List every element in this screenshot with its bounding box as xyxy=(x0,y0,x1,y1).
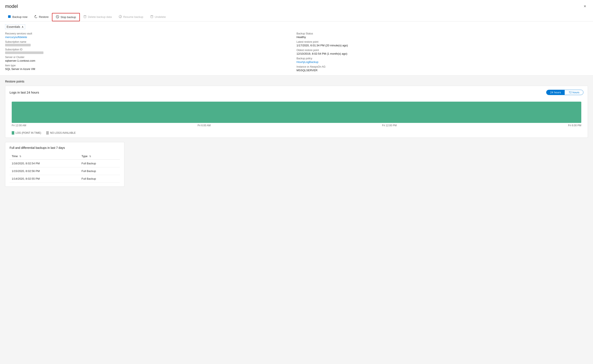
essentials-right: Backup Status Healthy Latest restore poi… xyxy=(296,32,588,72)
svg-rect-0 xyxy=(8,15,11,18)
cell-type-1: Full Backup xyxy=(79,167,120,175)
recovery-vault-field: Recovery services vault mercurysoftdelet… xyxy=(5,32,296,39)
close-button[interactable]: × xyxy=(582,3,588,10)
chart-svg xyxy=(12,102,581,123)
stop-backup-icon xyxy=(56,15,59,19)
legend-log-point: LOG (POINT IN TIME) xyxy=(12,131,41,135)
time-24h-button[interactable]: 24 hours xyxy=(546,90,565,95)
chart-x-axis: Fri 12:00 AM Fri 6:00 AM Fri 12:00 PM Fr… xyxy=(10,124,583,127)
server-cluster-label: Server or Cluster xyxy=(5,56,296,59)
subscription-id-value xyxy=(5,52,43,54)
col-type[interactable]: Type ⇅ xyxy=(79,153,120,160)
table-header-row: Time ⇅ Type ⇅ xyxy=(10,153,120,160)
cell-time-2: 1/14/2020, 8:02:55 PM xyxy=(10,175,79,183)
server-cluster-field: Server or Cluster sqlserver-1.contoso.co… xyxy=(5,56,296,62)
cell-type-0: Full Backup xyxy=(79,160,120,167)
latest-restore-field: Latest restore point 1/17/2020, 6:01:34 … xyxy=(296,40,588,47)
table-row: 1/15/2020, 8:02:56 PM Full Backup xyxy=(10,167,120,175)
subscription-id-label: Subscription ID xyxy=(5,48,296,51)
table-row: 1/16/2020, 8:02:54 PM Full Backup xyxy=(10,160,120,167)
restore-points-section: Restore points Logs in last 24 hours 24 … xyxy=(5,80,588,138)
svg-rect-8 xyxy=(12,102,581,123)
item-type-label: Item type xyxy=(5,64,296,67)
backup-status-field: Backup Status Healthy xyxy=(296,32,588,39)
svg-rect-3 xyxy=(84,16,86,18)
main-window: model × Backup now Restore xyxy=(0,0,593,364)
legend-swatch-green xyxy=(12,131,14,135)
subscription-name-label: Subscription name xyxy=(5,40,296,43)
svg-point-5 xyxy=(119,15,121,18)
recovery-vault-value[interactable]: mercurysoftdelete xyxy=(5,35,296,39)
backup-now-icon xyxy=(8,15,11,19)
chart-title: Logs in last 24 hours xyxy=(10,91,39,94)
legend-log-label: LOG (POINT IN TIME) xyxy=(15,131,41,134)
legend-no-logs: NO LOGS AVAILABLE xyxy=(46,131,76,135)
title-bar: model × xyxy=(0,0,593,12)
cell-time-0: 1/16/2020, 8:02:54 PM xyxy=(10,160,79,167)
window-title: model xyxy=(5,4,18,9)
undelete-button[interactable]: Undelete xyxy=(147,13,169,21)
cell-time-1: 1/15/2020, 8:02:56 PM xyxy=(10,167,79,175)
backup-policy-label: Backup policy xyxy=(296,57,588,60)
oldest-restore-label: Oldest restore point xyxy=(296,49,588,52)
legend-swatch-gray xyxy=(46,131,49,135)
backups-table-title: Full and differential backups in last 7 … xyxy=(10,146,120,150)
undelete-icon xyxy=(150,15,154,19)
latest-restore-label: Latest restore point xyxy=(296,40,588,43)
chart-card: Logs in last 24 hours 24 hours 72 hours … xyxy=(5,86,588,138)
instance-value: MSSQLSERVER xyxy=(296,69,588,72)
legend-nologs-label: NO LOGS AVAILABLE xyxy=(50,131,76,134)
essentials-grid: Recovery services vault mercurysoftdelet… xyxy=(5,32,588,72)
instance-field: Instance or AlwaysOn AG MSSQLSERVER xyxy=(296,65,588,72)
backup-policy-value[interactable]: HourlyLogBackup xyxy=(296,60,588,64)
stop-backup-button[interactable]: Stop backup xyxy=(52,13,80,21)
x-label-3: Fri 6:00 PM xyxy=(568,124,581,127)
sort-time-icon: ⇅ xyxy=(19,155,21,157)
x-label-2: Fri 12:00 PM xyxy=(382,124,397,127)
x-label-1: Fri 6:00 AM xyxy=(198,124,211,127)
x-label-0: Fri 12:00 AM xyxy=(12,124,26,127)
resume-backup-button[interactable]: Resume backup xyxy=(115,13,147,21)
item-type-field: Item type SQL Server in Azure VM xyxy=(5,64,296,71)
backup-status-label: Backup Status xyxy=(296,32,588,35)
sort-type-icon: ⇅ xyxy=(89,155,91,157)
time-72h-button[interactable]: 72 hours xyxy=(565,90,583,95)
time-toggle: 24 hours 72 hours xyxy=(546,90,583,95)
svg-rect-6 xyxy=(151,16,153,18)
essentials-left: Recovery services vault mercurysoftdelet… xyxy=(5,32,296,72)
restore-button[interactable]: Restore xyxy=(31,13,52,21)
backup-policy-field: Backup policy HourlyLogBackup xyxy=(296,57,588,64)
chart-header: Logs in last 24 hours 24 hours 72 hours xyxy=(10,90,583,95)
instance-label: Instance or AlwaysOn AG xyxy=(296,65,588,68)
delete-backup-icon xyxy=(83,15,87,19)
backup-now-button[interactable]: Backup now xyxy=(4,13,31,21)
backups-table: Time ⇅ Type ⇅ 1/16/2020, 8:02:54 PM Full… xyxy=(10,153,120,183)
restore-points-title: Restore points xyxy=(5,80,588,83)
chart-legend: LOG (POINT IN TIME) NO LOGS AVAILABLE xyxy=(10,131,583,135)
essentials-header[interactable]: Essentials ∧ xyxy=(5,25,25,29)
subscription-name-value xyxy=(5,44,31,46)
subscription-id-field: Subscription ID xyxy=(5,48,296,54)
cell-type-2: Full Backup xyxy=(79,175,120,183)
essentials-section: Essentials ∧ Recovery services vault mer… xyxy=(0,21,593,76)
recovery-vault-label: Recovery services vault xyxy=(5,32,296,35)
latest-restore-value: 1/17/2020, 6:01:34 PM (20 minute(s) ago) xyxy=(296,44,588,47)
col-time[interactable]: Time ⇅ xyxy=(10,153,79,160)
item-type-value: SQL Server in Azure VM xyxy=(5,67,296,71)
delete-backup-data-button[interactable]: Delete backup data xyxy=(80,13,115,21)
essentials-label: Essentials xyxy=(7,25,20,28)
toolbar: Backup now Restore Stop backup xyxy=(0,12,593,21)
subscription-name-field: Subscription name xyxy=(5,40,296,46)
table-row: 1/14/2020, 8:02:55 PM Full Backup xyxy=(10,175,120,183)
oldest-restore-field: Oldest restore point 12/10/2019, 8:02:54… xyxy=(296,49,588,55)
server-cluster-value: sqlserver-1.contoso.com xyxy=(5,59,296,62)
content-area: Restore points Logs in last 24 hours 24 … xyxy=(0,76,593,364)
oldest-restore-value: 12/10/2019, 8:02:54 PM (1 month(s) ago) xyxy=(296,52,588,55)
restore-icon xyxy=(34,15,38,19)
svg-line-2 xyxy=(57,16,58,17)
backup-status-value: Healthy xyxy=(296,35,588,39)
essentials-collapse-icon: ∧ xyxy=(21,25,24,28)
backups-table-card: Full and differential backups in last 7 … xyxy=(5,142,124,187)
resume-backup-icon xyxy=(119,15,122,19)
